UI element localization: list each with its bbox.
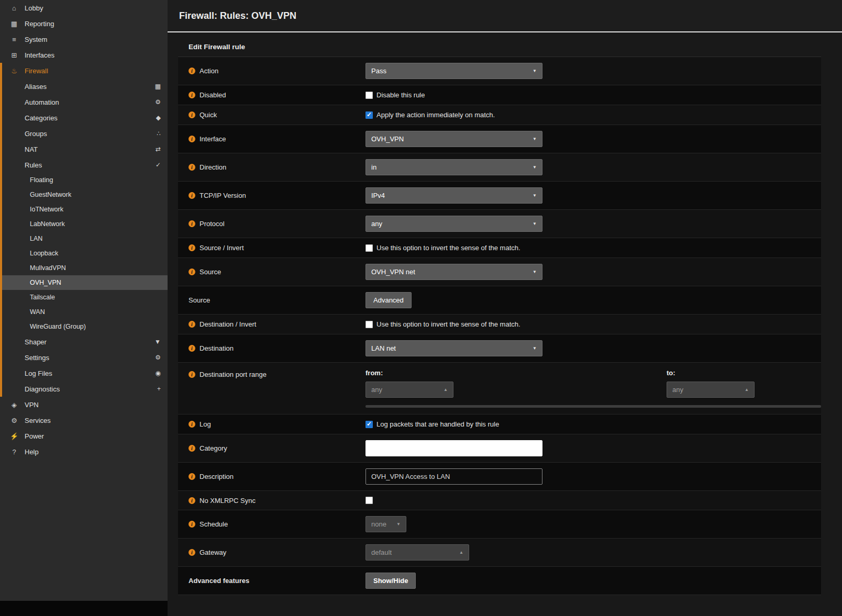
interface-select[interactable]: OVH_VPN▼: [365, 131, 542, 147]
sidebar-item-tailscale[interactable]: Tailscale: [0, 290, 168, 305]
info-icon[interactable]: i: [189, 136, 195, 142]
sidebar-item-label: Automation: [25, 98, 59, 106]
source_invert-checkbox[interactable]: [365, 244, 373, 252]
gateway-select[interactable]: default▲: [365, 544, 469, 561]
log-checkbox[interactable]: [365, 421, 373, 428]
source-select[interactable]: OVH_VPN net▼: [365, 264, 542, 280]
nat-exchange-icon: ⇄: [156, 145, 161, 153]
destination_invert-checkbox[interactable]: [365, 321, 373, 328]
info-icon[interactable]: i: [189, 421, 195, 428]
info-icon[interactable]: i: [189, 220, 195, 227]
to-port-select[interactable]: any▲: [667, 382, 755, 398]
sidebar-item-ovh-vpn[interactable]: OVH_VPN: [0, 275, 168, 290]
sidebar-item-help[interactable]: ?Help: [0, 444, 168, 460]
category-input[interactable]: [365, 440, 542, 456]
info-icon[interactable]: i: [189, 445, 195, 452]
sidebar-item-rules[interactable]: Rules✓: [0, 157, 168, 173]
info-icon[interactable]: i: [189, 164, 195, 171]
description-input[interactable]: [365, 468, 542, 485]
info-icon[interactable]: i: [189, 549, 195, 556]
sidebar-item-aliases[interactable]: Aliases▦: [0, 79, 168, 94]
sidebar-item-wireguard-group[interactable]: WireGuard (Group): [0, 319, 168, 334]
sidebar-item-log-files[interactable]: Log Files◉: [0, 365, 168, 381]
info-icon[interactable]: i: [189, 497, 195, 504]
sidebar-item-label: LAN: [30, 235, 42, 242]
action-select[interactable]: Pass▼: [365, 63, 542, 79]
field-label-cell: Advanced features: [178, 577, 365, 585]
source_advanced-button[interactable]: Advanced: [365, 292, 412, 308]
sidebar-item-lan[interactable]: LAN: [0, 231, 168, 246]
row-schedule: iSchedulenone▼: [178, 510, 821, 539]
row-source: iSourceOVH_VPN net▼: [178, 258, 821, 286]
info-icon[interactable]: i: [189, 68, 195, 74]
info-icon[interactable]: i: [189, 345, 195, 352]
info-icon[interactable]: i: [189, 521, 195, 528]
sidebar-item-lobby[interactable]: ⌂Lobby: [0, 0, 168, 16]
row-direction: iDirectionin▼: [178, 153, 821, 182]
sidebar-item-groups[interactable]: Groups∴: [0, 126, 168, 141]
sidebar-item-system[interactable]: ≡System: [0, 31, 168, 47]
schedule-select[interactable]: none▼: [365, 516, 406, 532]
field-control-cell: Advanced: [365, 286, 821, 314]
sidebar-item-loopback[interactable]: Loopback: [0, 246, 168, 261]
destination-select[interactable]: LAN net▼: [365, 340, 542, 356]
info-icon[interactable]: i: [189, 111, 195, 118]
lobby-icon: ⌂: [9, 4, 19, 12]
sidebar-item-label: LabNetwork: [30, 220, 65, 228]
no_xmlrpc-checkbox[interactable]: [365, 497, 373, 504]
field-label: Disabled: [200, 91, 226, 99]
field-label: Source / Invert: [200, 244, 244, 252]
sidebar-item-wan[interactable]: WAN: [0, 305, 168, 319]
sidebar-item-floating[interactable]: Floating: [0, 173, 168, 187]
disabled-checkbox[interactable]: [365, 92, 373, 99]
info-icon[interactable]: i: [189, 244, 195, 251]
select-value: LAN net: [371, 344, 396, 352]
sidebar-item-mullvadvpn[interactable]: MullvadVPN: [0, 261, 168, 275]
sidebar-item-shaper[interactable]: Shaper▼: [0, 334, 168, 350]
info-icon[interactable]: i: [189, 92, 195, 98]
sidebar-item-labnetwork[interactable]: LabNetwork: [0, 217, 168, 231]
sidebar-item-vpn[interactable]: ◈VPN: [0, 397, 168, 412]
sidebar-item-label: System: [25, 36, 47, 43]
categories-tag-icon: ◆: [156, 114, 161, 121]
sidebar-item-settings[interactable]: Settings⚙: [0, 350, 168, 365]
sidebar-item-label: MullvadVPN: [30, 264, 66, 272]
sidebar-item-interfaces[interactable]: ⊞Interfaces: [0, 47, 168, 63]
from-port-select[interactable]: any▲: [365, 382, 453, 398]
caret-down-icon: ▼: [533, 270, 537, 274]
field-label-cell: iGateway: [178, 548, 365, 556]
content-area: Edit Firewall rule iActionPass▼iDisabled…: [168, 32, 842, 595]
sidebar-item-automation[interactable]: Automation⚙: [0, 94, 168, 110]
select-value: OVH_VPN net: [371, 268, 415, 276]
horizontal-scrollbar[interactable]: [365, 405, 821, 408]
caret-down-icon: ▼: [533, 137, 537, 141]
sidebar-item-categories[interactable]: Categories◆: [0, 110, 168, 126]
sidebar-item-reporting[interactable]: ▦Reporting: [0, 16, 168, 31]
sidebar-item-guestnetwork[interactable]: GuestNetwork: [0, 187, 168, 202]
info-icon[interactable]: i: [189, 192, 195, 199]
sidebar-item-iotnetwork[interactable]: IoTNetwork: [0, 202, 168, 217]
direction-select[interactable]: in▼: [365, 159, 542, 175]
sidebar-item-power[interactable]: ⚡Power: [0, 428, 168, 444]
quick-checkbox[interactable]: [365, 111, 373, 119]
info-icon[interactable]: i: [189, 371, 195, 378]
row-tcpip: iTCP/IP VersionIPv4▼: [178, 182, 821, 210]
sidebar-item-nat[interactable]: NAT⇄: [0, 141, 168, 157]
sidebar-item-diagnostics[interactable]: Diagnostics+: [0, 381, 168, 397]
sidebar-item-firewall[interactable]: ♨Firewall: [0, 63, 168, 79]
tcpip-select[interactable]: IPv4▼: [365, 187, 542, 204]
advanced_features-button[interactable]: Show/Hide: [365, 573, 416, 589]
row-dest_port_range: iDestination port rangefrom:any▲to:any▲: [178, 363, 821, 415]
info-icon[interactable]: i: [189, 321, 195, 328]
field-label: TCP/IP Version: [200, 192, 246, 199]
interfaces-icon: ⊞: [9, 51, 19, 59]
checkbox-label: Use this option to invert the sense of t…: [376, 320, 520, 328]
port-range-columns: from:any▲to:any▲: [365, 369, 821, 398]
info-icon[interactable]: i: [189, 268, 195, 275]
info-icon[interactable]: i: [189, 473, 195, 480]
field-label: Gateway: [200, 548, 226, 556]
field-control-cell: [365, 491, 821, 510]
sidebar-item-services[interactable]: ⚙Services: [0, 412, 168, 428]
field-control-cell: Apply the action immediately on match.: [365, 105, 821, 125]
protocol-select[interactable]: any▼: [365, 216, 542, 232]
